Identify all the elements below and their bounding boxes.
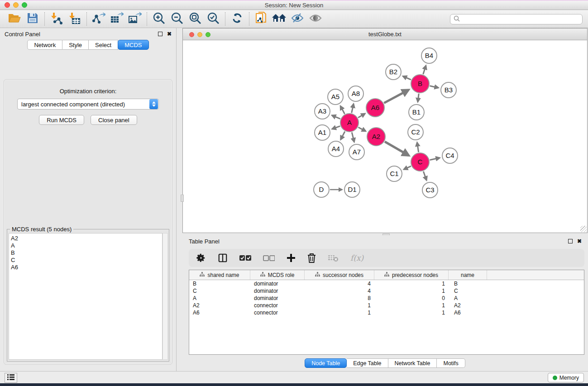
cell[interactable]: 1 [374,302,449,309]
table-row[interactable]: Adominator80A [189,295,584,302]
network-window-titlebar[interactable]: testGlobe.txt [183,29,587,40]
cell[interactable]: A2 [189,302,250,309]
node-D1[interactable]: D1 [344,182,360,197]
network-graph[interactable]: B4B2BB3A5A8A6B1A3AC2A1A2A4A7C4CC1C3DD1 [183,40,587,233]
result-item[interactable]: A6 [11,264,162,271]
zoom-in-button[interactable] [150,11,168,27]
table-row[interactable]: Bdominator41B [189,280,584,287]
save-session-button[interactable] [24,11,42,27]
memory-button[interactable]: Memory [548,373,584,382]
node-A4[interactable]: A4 [328,141,344,157]
clone-network-button[interactable] [252,11,270,27]
delete-column-button[interactable] [307,253,316,263]
search-input[interactable] [460,16,582,23]
node-C3[interactable]: C3 [422,182,438,198]
node-B1[interactable]: B1 [409,105,424,120]
node-A7[interactable]: A7 [349,144,364,160]
table-settings-button[interactable] [196,253,206,263]
edge-A-A5[interactable] [340,106,344,114]
result-item[interactable]: A2 [11,235,162,242]
column-header-predecessor-nodes[interactable]: predecessor nodes [374,270,449,280]
cell[interactable]: A2 [449,302,487,309]
cell[interactable]: 8 [305,295,374,302]
edge-A-A1[interactable] [332,126,340,129]
node-A2[interactable]: A2 [367,128,385,146]
tab-node-table[interactable]: Node Table [305,358,347,368]
mcds-result-list[interactable]: A2ABCA6 [9,233,163,360]
zoom-fit-button[interactable] [186,11,204,27]
cell[interactable]: 0 [374,295,449,302]
node-A3[interactable]: A3 [315,104,330,119]
export-network-button[interactable] [90,11,108,27]
edge-C-C3[interactable] [423,172,426,180]
edge-B-B1[interactable] [418,94,419,102]
column-header-name[interactable]: name [449,270,487,280]
open-session-button[interactable] [5,11,24,27]
refresh-button[interactable] [228,11,246,27]
edge-B-B3[interactable] [430,86,438,88]
cell[interactable]: dominator [250,295,305,302]
network-zoom-button[interactable] [206,32,210,37]
result-item[interactable]: A [11,242,162,249]
zoom-out-button[interactable] [168,11,186,27]
edge-A-A6[interactable] [358,114,365,118]
tab-network[interactable]: Network [27,40,62,50]
column-header-shared-name[interactable]: shared name [189,270,250,280]
select-all-button[interactable] [239,255,251,261]
result-item[interactable]: B [11,249,162,257]
home-button[interactable] [270,11,288,27]
cell[interactable]: A6 [449,309,487,316]
run-mcds-button[interactable]: Run MCDS [39,115,84,125]
cell[interactable]: 4 [305,287,374,295]
cell[interactable]: 1 [305,302,374,309]
delete-table-button[interactable] [328,254,339,262]
node-B[interactable]: B [411,75,429,93]
node-A6[interactable]: A6 [366,99,384,117]
float-panel-icon[interactable] [158,32,163,36]
edge-B-B2[interactable] [403,76,411,80]
cell[interactable]: 4 [305,280,374,287]
node-C[interactable]: C [411,153,429,171]
cell[interactable]: B [189,280,250,287]
cell[interactable]: A6 [189,309,250,316]
edge-A-A4[interactable] [341,132,345,140]
cell[interactable]: 1 [374,287,449,295]
result-item[interactable]: C [11,257,162,264]
export-image-button[interactable] [126,11,144,27]
export-table-button[interactable] [108,11,126,27]
network-canvas[interactable]: B4B2BB3A5A8A6B1A3AC2A1A2A4A7C4CC1C3DD1 [183,40,587,233]
edge-A-A3[interactable] [332,115,340,119]
import-table-button[interactable] [66,11,84,27]
cell[interactable]: A [189,295,250,302]
node-B4[interactable]: B4 [421,48,437,63]
cell[interactable]: 1 [305,309,374,316]
task-history-button[interactable] [5,373,17,383]
node-D[interactable]: D [314,182,329,197]
network-close-button[interactable] [189,32,194,37]
cell[interactable]: C [449,287,487,295]
table-close-panel-icon[interactable]: ✖ [577,239,582,243]
criterion-dropdown[interactable]: largest connected component (directed) [17,99,159,110]
table-row[interactable]: A6connector11A6 [189,309,584,316]
table-row[interactable]: Cdominator41C [189,287,584,295]
function-builder-button[interactable]: f(x) [350,253,363,262]
edge-A-A7[interactable] [352,132,354,142]
network-minimize-button[interactable] [197,32,202,37]
window-resize-grip[interactable] [580,226,587,232]
edge-A6-B[interactable] [384,90,408,103]
tab-select[interactable]: Select [89,40,118,50]
search-field[interactable] [450,14,583,24]
tab-edge-table[interactable]: Edge Table [347,358,388,368]
cell[interactable]: 1 [374,280,449,287]
cell[interactable]: A [449,295,487,302]
column-header-mcds-role[interactable]: MCDS role [250,270,305,280]
edge-C-C4[interactable] [430,158,440,160]
node-C4[interactable]: C4 [442,148,458,163]
show-columns-button[interactable] [218,253,228,263]
edge-B-B4[interactable] [423,66,426,74]
table-float-panel-icon[interactable] [568,239,573,243]
node-A5[interactable]: A5 [328,89,343,105]
edge-C-C1[interactable] [404,166,411,169]
add-column-button[interactable] [287,253,296,262]
table-row[interactable]: A2connector11A2 [189,302,584,309]
